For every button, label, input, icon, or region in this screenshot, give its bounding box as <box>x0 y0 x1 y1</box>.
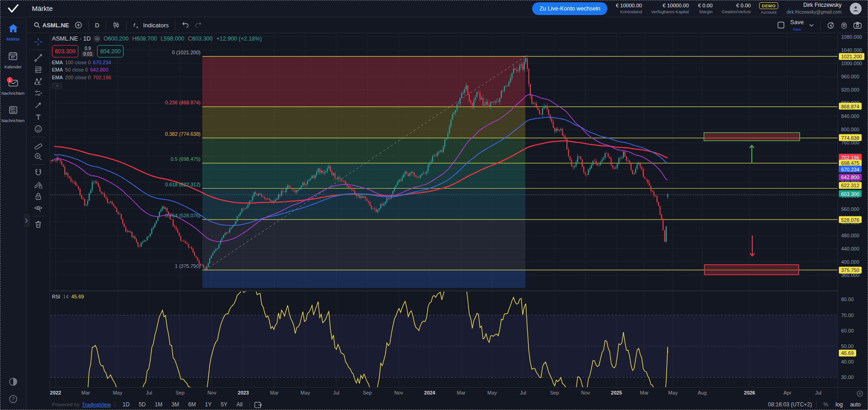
drawing-toolbar: T <box>26 33 50 410</box>
timezone-icon[interactable] <box>856 390 863 397</box>
hide-symbol-icon[interactable]: – <box>94 36 100 42</box>
time-axis-label: Sep <box>175 390 185 395</box>
price-axis-label: 800.000 <box>841 127 859 132</box>
scale-toggle-log[interactable]: log <box>833 400 846 409</box>
alert-button[interactable] <box>824 21 837 29</box>
demo-account-badge-group: DEMO Account <box>759 2 779 15</box>
trendline-tool[interactable] <box>31 52 46 64</box>
range-button-all[interactable]: All <box>233 400 246 409</box>
chart-style-button[interactable] <box>110 21 123 29</box>
ema-legend-row[interactable]: EMA50 close 0 642.800 <box>52 67 262 72</box>
pattern-tool[interactable] <box>31 76 46 87</box>
indicators-button[interactable]: fx Indicators <box>130 22 171 29</box>
ohlc-values: O600.200H608.700L598.000C603.300+12.900 … <box>103 36 262 42</box>
arrow-marker-tool[interactable] <box>31 99 46 111</box>
svg-text:?: ? <box>11 396 14 402</box>
date-range-buttons: 1D5D1M3M6M1Y5YAll <box>119 400 246 409</box>
hide-all-tool[interactable] <box>31 202 46 214</box>
price-badge-642.800: 642.800 <box>839 174 862 180</box>
rsi-value: 45.69 <box>72 294 84 299</box>
ema-value: 702.196 <box>93 75 111 80</box>
symbol-search[interactable]: ASML.NE <box>31 22 72 29</box>
scale-toggle-auto[interactable]: auto <box>847 400 863 409</box>
time-axis-label: 2023 <box>238 390 249 395</box>
sidebar-item-märkte-0[interactable]: Märkte <box>0 24 26 41</box>
sidebar-item-kalender-1[interactable]: Kalender <box>0 51 26 69</box>
sidebar-item-nachrichten-3[interactable]: Nachrichten <box>0 106 26 123</box>
fib-level-label: 1 (375.750) <box>50 263 200 269</box>
chart-plot-area[interactable]: ASML.NE · 1D – O600.200H608.700L598.000C… <box>50 33 837 387</box>
screenshot-button[interactable] <box>851 22 864 29</box>
measure-ruler-tool[interactable] <box>31 139 46 151</box>
legend-collapse-button[interactable]: ˄ <box>52 83 62 89</box>
range-button-1m[interactable]: 1M <box>152 400 166 409</box>
rsi-legend[interactable]: RSI 14 45.69 <box>52 294 84 299</box>
delete-tool[interactable] <box>31 218 46 230</box>
interval-button[interactable]: D <box>92 22 102 29</box>
layout-square-icon <box>777 21 785 29</box>
crosshair-tool[interactable] <box>31 36 46 48</box>
go-to-date-button[interactable] <box>254 401 262 408</box>
buy-ask-button[interactable]: 604.200 <box>97 45 123 57</box>
spread-top: 0.9 <box>85 46 91 51</box>
theme-contrast-icon[interactable] <box>9 377 18 386</box>
lock-all-tool[interactable] <box>31 190 46 202</box>
ema-legend-row[interactable]: EMA100 close 0 670.234 <box>52 60 262 65</box>
range-button-3m[interactable]: 3M <box>168 400 182 409</box>
prediction-tool[interactable] <box>31 87 46 99</box>
compare-add-symbol-button[interactable] <box>72 21 85 29</box>
ema-legend-row[interactable]: EMA200 close 0 702.196 <box>52 75 262 80</box>
time-axis-label: Jul <box>520 390 526 395</box>
time-axis-label: Nov <box>207 390 216 395</box>
legend-symbol[interactable]: ASML.NE · 1D <box>52 35 91 42</box>
sidebar-item-nachrichten-2[interactable]: 1 Nachrichten <box>0 79 26 96</box>
range-button-1d[interactable]: 1D <box>119 400 133 409</box>
user-email: dirk.friczewsky@gmail.com <box>786 9 842 15</box>
layout-button[interactable] <box>775 21 787 29</box>
change-value: +12.900 (+2.18%) <box>216 36 262 42</box>
price-badge-1021.200: 1021.200 <box>839 53 864 60</box>
user-avatar[interactable] <box>850 3 862 15</box>
range-button-5y[interactable]: 5Y <box>217 400 231 409</box>
home-icon <box>8 24 18 35</box>
magnet-tool[interactable] <box>31 167 46 179</box>
clock[interactable]: 08:16:03 (UTC+2) <box>768 401 812 408</box>
time-axis[interactable]: 2022MarMayJulSepNov2023MarMayJulSepNov20… <box>50 387 837 399</box>
calendar-icon <box>8 51 18 62</box>
price-axis[interactable]: 1080.0001040.0001000.000960.000920.00088… <box>837 33 868 387</box>
sidebar-item-label: Nachrichten <box>1 118 25 123</box>
rsi-axis-label: 40.00 <box>841 359 854 364</box>
price-badge-868.874: 868.874 <box>839 103 862 110</box>
price-badge-375.750: 375.750 <box>839 266 862 273</box>
time-axis-label: Nov <box>581 390 590 395</box>
sell-bid-button[interactable]: 603.300 <box>52 45 78 57</box>
range-button-1y[interactable]: 1Y <box>202 400 215 409</box>
undo-button[interactable] <box>179 22 192 28</box>
rsi-axis-label: 50.00 <box>841 343 854 349</box>
emoji-tool[interactable] <box>31 123 46 135</box>
tradingview-link[interactable]: TradingView <box>82 402 111 407</box>
zoom-in-tool[interactable] <box>31 151 46 163</box>
save-dropdown-button[interactable] <box>806 24 817 27</box>
time-axis-label: Mar <box>82 390 90 395</box>
time-axis-label: Jul <box>146 390 152 395</box>
help-icon[interactable]: ? <box>9 395 18 404</box>
switch-to-live-account-button[interactable]: Zu Live-Konto wechseln <box>532 2 607 15</box>
fib-retracement-tool[interactable] <box>31 64 46 76</box>
range-button-6m[interactable]: 6M <box>185 400 199 409</box>
save-layout-button[interactable]: Save Save <box>787 19 806 31</box>
time-axis-label: Mar <box>270 390 279 395</box>
drawbar-collapse-tab[interactable]: ❯ <box>24 214 30 227</box>
redo-button[interactable] <box>192 22 205 28</box>
settings-button[interactable] <box>837 21 851 29</box>
account-stat: € 0.00 Margin <box>698 2 713 14</box>
app-logo[interactable] <box>0 0 26 17</box>
time-axis-label: Nov <box>394 390 403 395</box>
range-button-5d[interactable]: 5D <box>135 400 149 409</box>
gear-icon <box>840 21 848 29</box>
scale-toggle-%[interactable]: % <box>821 400 831 409</box>
stat-value: € 0.00 <box>698 2 713 9</box>
user-info: Dirk Friczewsky dirk.friczewsky@gmail.co… <box>786 2 842 15</box>
draw-lock-tool[interactable] <box>31 179 46 190</box>
text-tool[interactable]: T <box>31 111 46 123</box>
